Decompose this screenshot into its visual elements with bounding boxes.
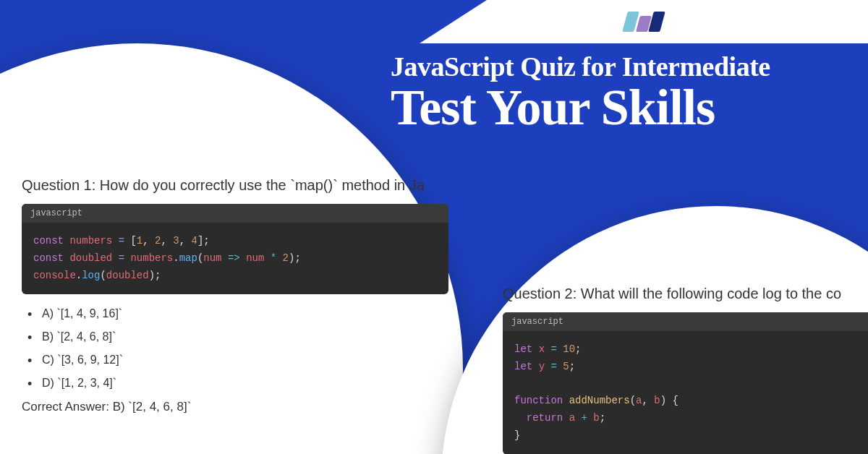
question-card-2: Question 2: What will the following code… bbox=[441, 206, 868, 454]
code-block-2: javascript let x = 10; let y = 5; functi… bbox=[503, 312, 868, 454]
code-lang-label-2: javascript bbox=[503, 312, 868, 331]
code-lang-label: javascript bbox=[22, 204, 448, 223]
logo-icon bbox=[625, 12, 663, 32]
code-body-1: const numbers = [1, 2, 3, 4]; const doub… bbox=[22, 223, 448, 294]
correct-answer-1: Correct Answer: B) `[2, 4, 6, 8]` bbox=[22, 400, 448, 414]
code-block-1: javascript const numbers = [1, 2, 3, 4];… bbox=[22, 204, 448, 294]
page-heading: JavaScript Quiz for Intermediate Test Yo… bbox=[391, 51, 770, 137]
option-d: D) `[1, 2, 3, 4]` bbox=[27, 377, 448, 390]
option-a: A) `[1, 4, 9, 16]` bbox=[27, 307, 448, 320]
heading-line1: JavaScript Quiz for Intermediate bbox=[391, 51, 770, 82]
top-banner bbox=[420, 0, 868, 43]
option-c: C) `[3, 6, 9, 12]` bbox=[27, 354, 448, 367]
code-body-2: let x = 10; let y = 5; function addNumbe… bbox=[503, 331, 868, 454]
question-1-title: Question 1: How do you correctly use the… bbox=[22, 177, 448, 194]
question-2-title: Question 2: What will the following code… bbox=[503, 286, 868, 302]
answer-options-1: A) `[1, 4, 9, 16]` B) `[2, 4, 6, 8]` C) … bbox=[27, 307, 448, 390]
option-b: B) `[2, 4, 6, 8]` bbox=[27, 330, 448, 343]
heading-line2: Test Your Skills bbox=[391, 79, 770, 137]
